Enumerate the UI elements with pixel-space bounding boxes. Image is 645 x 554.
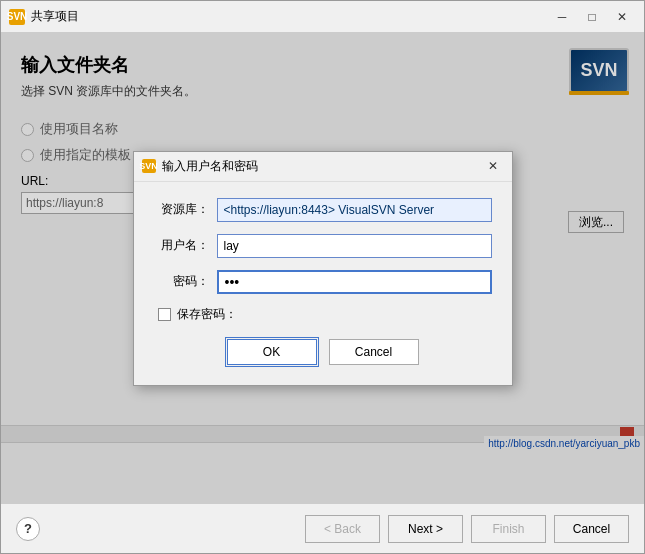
- password-input[interactable]: [217, 270, 492, 294]
- username-input[interactable]: [217, 234, 492, 258]
- close-button[interactable]: ✕: [608, 6, 636, 28]
- save-password-label: 保存密码：: [177, 306, 237, 323]
- finish-button[interactable]: Finish: [471, 515, 546, 543]
- bottom-right: < Back Next > Finish Cancel: [305, 515, 629, 543]
- minimize-button[interactable]: ─: [548, 6, 576, 28]
- modal-title-icon: SVN: [142, 159, 156, 173]
- modal-title-text: 输入用户名和密码: [162, 158, 482, 175]
- title-bar-icon: SVN: [9, 9, 25, 25]
- credentials-dialog: SVN 输入用户名和密码 ✕ 资源库： <https://liayun:8443…: [133, 151, 513, 386]
- help-button[interactable]: ?: [16, 517, 40, 541]
- username-row: 用户名：: [154, 234, 492, 258]
- title-bar: SVN 共享项目 ─ □ ✕: [1, 1, 644, 33]
- back-button[interactable]: < Back: [305, 515, 380, 543]
- bottom-left: ?: [16, 517, 40, 541]
- content-area: SVN 输入文件夹名 选择 SVN 资源库中的文件夹名。 使用项目名称 使用指定…: [1, 33, 644, 503]
- title-bar-controls: ─ □ ✕: [548, 6, 636, 28]
- username-label: 用户名：: [154, 237, 209, 254]
- save-password-checkbox[interactable]: [158, 308, 171, 321]
- title-bar-text: 共享项目: [31, 8, 548, 25]
- password-row: 密码：: [154, 270, 492, 294]
- bottom-bar: ? < Back Next > Finish Cancel: [1, 503, 644, 553]
- save-password-row[interactable]: 保存密码：: [154, 306, 492, 323]
- password-label: 密码：: [154, 273, 209, 290]
- main-window: SVN 共享项目 ─ □ ✕ SVN 输入文件夹名 选择 SVN 资源库中的文件…: [0, 0, 645, 554]
- modal-close-button[interactable]: ✕: [482, 156, 504, 176]
- cancel-button[interactable]: Cancel: [554, 515, 629, 543]
- modal-title-bar: SVN 输入用户名和密码 ✕: [134, 152, 512, 182]
- maximize-button[interactable]: □: [578, 6, 606, 28]
- modal-overlay: SVN 输入用户名和密码 ✕ 资源库： <https://liayun:8443…: [1, 33, 644, 503]
- repo-value: <https://liayun:8443> VisualSVN Server: [217, 198, 492, 222]
- modal-ok-button[interactable]: OK: [227, 339, 317, 365]
- modal-cancel-button[interactable]: Cancel: [329, 339, 419, 365]
- next-button[interactable]: Next >: [388, 515, 463, 543]
- modal-body: 资源库： <https://liayun:8443> VisualSVN Ser…: [134, 182, 512, 385]
- repo-row: 资源库： <https://liayun:8443> VisualSVN Ser…: [154, 198, 492, 222]
- repo-label: 资源库：: [154, 201, 209, 218]
- modal-buttons: OK Cancel: [154, 339, 492, 365]
